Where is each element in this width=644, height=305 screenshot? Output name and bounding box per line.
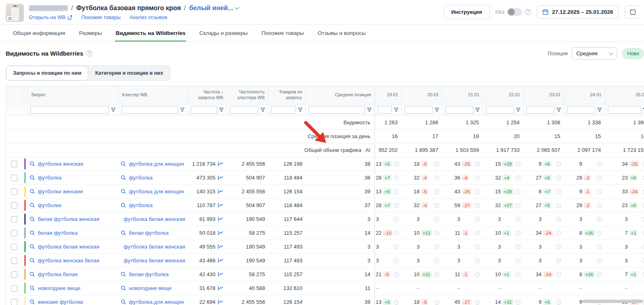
history-clock-icon[interactable] [474,230,480,236]
similar-products-link[interactable]: Похожие товары [81,15,120,20]
history-clock-icon[interactable] [474,189,480,195]
history-clock-icon[interactable] [596,161,602,167]
filter-input-date-6[interactable] [608,106,641,114]
column-header-2[interactable]: Частота ↓ запроса WB [187,86,226,104]
filter-funnel-icon[interactable] [298,108,302,112]
tab-2[interactable]: Видимость на Wildberries [115,25,187,41]
query-link[interactable]: женские футболки [38,299,83,305]
history-clock-icon[interactable] [393,244,399,250]
history-clock-icon[interactable] [434,244,439,250]
history-clock-icon[interactable] [434,161,439,167]
row-checkbox[interactable] [11,285,17,292]
horizontal-scrollbar-thumb[interactable] [582,300,643,303]
history-clock-icon[interactable] [434,216,439,222]
row-checkbox[interactable] [11,244,17,250]
history-clock-icon[interactable] [596,189,602,195]
query-link[interactable]: футболка [38,175,61,181]
filter-input-date-2[interactable] [445,106,473,114]
cluster-link[interactable]: футболка для женщин [129,299,184,305]
product-thumbnail[interactable] [6,4,24,22]
column-header-date-2[interactable]: 21.01 [442,86,483,104]
history-clock-icon[interactable] [642,216,644,222]
row-checkbox[interactable] [11,216,17,223]
tab-3[interactable]: Склады и размеры [198,25,248,41]
history-clock-icon[interactable] [596,175,602,181]
history-clock-icon[interactable] [596,230,602,236]
history-clock-icon[interactable] [474,216,480,222]
history-clock-icon[interactable] [596,216,602,222]
history-clock-icon[interactable] [474,244,480,250]
filter-funnel-icon[interactable] [435,108,439,112]
history-clock-icon[interactable] [515,230,521,236]
history-clock-icon[interactable] [642,272,644,277]
history-clock-icon[interactable] [434,189,439,195]
query-link[interactable]: белая футболка женская [38,216,99,222]
query-link[interactable]: футболка женская белая [38,257,99,264]
column-header-date-6[interactable]: 25.01 [605,86,644,104]
history-clock-icon[interactable] [474,272,480,277]
filter-input-2[interactable] [191,106,217,114]
filter-funnel-icon[interactable] [394,108,398,112]
segment-0[interactable]: Запросы и позиции по ним [6,66,88,80]
history-clock-icon[interactable] [434,258,439,264]
row-checkbox[interactable] [11,299,17,305]
query-link[interactable]: футболки [38,202,61,208]
history-clock-icon[interactable] [556,244,561,250]
filter-funnel-icon[interactable] [516,108,520,112]
history-clock-icon[interactable] [556,230,561,236]
trend-chart-icon[interactable] [218,203,224,208]
filter-funnel-5[interactable] [367,108,372,112]
cluster-link[interactable]: белая футболка [129,230,169,236]
column-header-date-3[interactable]: 22.01 [483,86,523,104]
trend-chart-icon[interactable] [218,272,224,277]
filter-funnel-date-5[interactable] [597,108,602,112]
history-clock-icon[interactable] [556,189,561,195]
filter-funnel-icon[interactable] [557,108,561,112]
filter-funnel-icon[interactable] [261,108,265,112]
history-clock-icon[interactable] [515,175,521,181]
history-clock-icon[interactable] [394,161,399,167]
column-header-0[interactable]: Запрос [27,86,118,104]
history-clock-icon[interactable] [434,175,439,181]
row-checkbox[interactable] [11,188,17,195]
column-header-3[interactable]: Частотность кластера WB [226,86,268,104]
row-checkbox[interactable] [11,257,17,264]
trend-chart-icon[interactable] [218,230,224,236]
history-clock-icon[interactable] [642,258,644,264]
history-clock-icon[interactable] [515,244,521,250]
column-header-date-1[interactable]: 20.01 [401,86,442,104]
cluster-link[interactable]: футболка для женщин [129,161,184,167]
filter-input-date-4[interactable] [527,106,555,114]
history-clock-icon[interactable] [474,258,480,264]
filter-funnel-date-2[interactable] [475,108,480,112]
tab-1[interactable]: Размеры [78,25,102,41]
query-link[interactable]: футболка белая [38,271,78,277]
cluster-link[interactable]: футболка белая женская [124,257,185,264]
column-header-date-5[interactable]: 24.01 [564,86,605,104]
history-clock-icon[interactable] [515,161,521,167]
history-clock-icon[interactable] [596,258,602,264]
history-clock-icon[interactable] [556,299,561,305]
history-clock-icon[interactable] [642,175,644,181]
column-header-date-0[interactable]: 19.01 [374,86,401,104]
trend-chart-icon[interactable] [218,189,224,194]
history-clock-icon[interactable] [474,161,480,167]
trend-chart-icon[interactable] [218,216,224,222]
cluster-link[interactable]: футболка для женщин [129,188,184,195]
history-clock-icon[interactable] [596,244,602,250]
visibility-help-icon[interactable]: ? [86,50,92,56]
history-clock-icon[interactable] [515,216,521,222]
history-clock-icon[interactable] [434,272,439,277]
cluster-link[interactable]: футболка белая женская [124,244,185,250]
trend-chart-icon[interactable] [218,299,224,305]
filter-funnel-date-3[interactable] [516,108,520,112]
query-link[interactable]: белая футболка [38,230,78,236]
trend-chart-icon[interactable] [218,258,224,263]
filter-funnel-3[interactable] [261,108,265,112]
column-header-4[interactable]: Товаров по запросу [268,86,305,104]
filter-funnel-0[interactable] [111,108,115,112]
history-clock-icon[interactable] [515,258,521,264]
cluster-link[interactable]: футболка белая женская [124,216,185,222]
fbs-toggle[interactable] [507,8,522,16]
history-clock-icon[interactable] [393,216,399,222]
